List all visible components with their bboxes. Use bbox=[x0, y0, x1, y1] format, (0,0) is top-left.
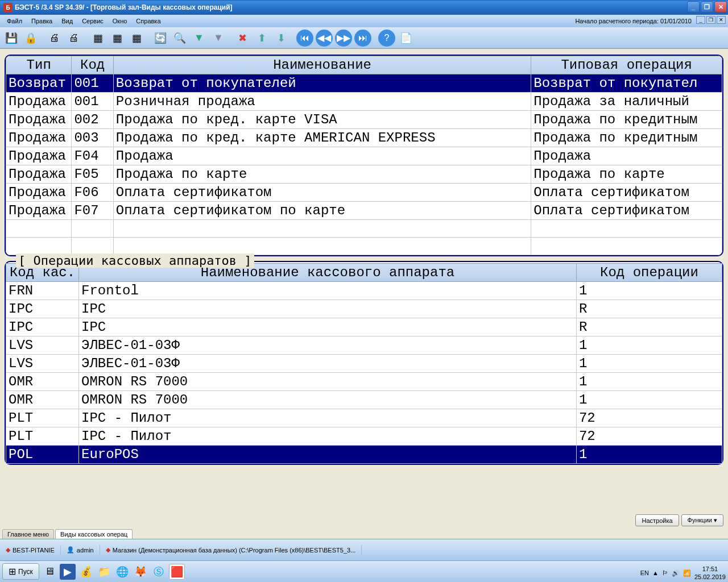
menu-service[interactable]: Сервис bbox=[77, 16, 108, 26]
table-row bbox=[6, 238, 722, 255]
tb-lock-icon[interactable]: 🔒 bbox=[22, 29, 40, 47]
tb-filter-clear-icon[interactable]: ▼ bbox=[209, 29, 228, 47]
functions-button[interactable]: Функции ▾ bbox=[681, 514, 723, 526]
operations-grid[interactable]: ТипКодНаименованиеТиповая операция Возвр… bbox=[5, 55, 723, 256]
tray-clock[interactable]: 17:51 25.02.2019 bbox=[694, 565, 726, 581]
table-row bbox=[6, 220, 722, 238]
task-chrome-icon[interactable]: 🌐 bbox=[114, 564, 130, 580]
task-best-icon[interactable]: 🟥 bbox=[169, 564, 185, 580]
task-money-icon[interactable]: 💰 bbox=[78, 564, 94, 580]
tb-last-icon[interactable]: ⏭ bbox=[354, 29, 372, 47]
tb-down-icon[interactable]: ⬇ bbox=[272, 29, 290, 47]
title-bar: Б БЭСТ-5 /3.4 SP 34.39/ - [Торговый зал-… bbox=[0, 0, 728, 15]
window-title: БЭСТ-5 /3.4 SP 34.39/ - [Торговый зал-Ви… bbox=[15, 3, 233, 11]
table-row[interactable]: ПродажаF04ПродажаПродажа bbox=[6, 147, 722, 165]
menu-edit[interactable]: Правка bbox=[27, 16, 57, 26]
tb-help-icon[interactable]: ? bbox=[378, 29, 396, 47]
tb-refresh-icon[interactable]: 🔄 bbox=[151, 29, 169, 47]
tray-up-icon[interactable]: ▲ bbox=[652, 569, 659, 576]
table-row[interactable]: LVSЭЛВЕС-01-03Ф1 bbox=[6, 355, 722, 373]
table-row[interactable]: Возврат001Возврат от покупателейВозврат … bbox=[6, 74, 722, 93]
menu-file[interactable]: Файл bbox=[2, 16, 27, 26]
menu-bar: Файл Правка Вид Сервис Окно Справка Нача… bbox=[0, 15, 728, 27]
table-row[interactable]: PLTIPC - Пилот72 bbox=[6, 409, 722, 427]
status-bar: ◆BEST-PITANIE 👤admin ◆Магазин (Демонстра… bbox=[0, 539, 728, 560]
system-tray: EN ▲ 🏳 🔊 📶 17:51 25.02.2019 bbox=[640, 565, 726, 581]
mdi-restore-button[interactable]: ❐ bbox=[706, 16, 715, 24]
tb-first-icon[interactable]: ⏮ bbox=[296, 29, 314, 47]
minimize-button[interactable]: _ bbox=[687, 1, 700, 13]
tb-delete-icon[interactable]: ✖ bbox=[233, 29, 251, 47]
table-row[interactable]: LVSЭЛВЕС-01-03Ф1 bbox=[6, 336, 722, 355]
tb-up-icon[interactable]: ⬆ bbox=[253, 29, 271, 47]
tab-main-menu[interactable]: Главное меню bbox=[2, 529, 54, 539]
tb-filter-icon[interactable]: ▼ bbox=[190, 29, 208, 47]
col-header[interactable]: Тип bbox=[6, 56, 72, 74]
taskbar: ⊞ Пуск 🖥 ▶ 💰 📁 🌐 🦊 Ⓢ 🟥 EN ▲ 🏳 🔊 📶 17:51 … bbox=[0, 560, 728, 582]
col-header[interactable]: Наименование bbox=[113, 56, 531, 74]
status-user: 👤admin bbox=[61, 545, 100, 555]
tb-print-icon[interactable]: 🖨 bbox=[46, 29, 64, 47]
table-row[interactable]: IPCIPCR bbox=[6, 300, 722, 318]
maximize-button[interactable]: ❐ bbox=[701, 1, 713, 13]
table-row[interactable]: PLTIPC - Пилот72 bbox=[6, 427, 722, 446]
table-row[interactable]: OMROMRON RS 70001 bbox=[6, 373, 722, 391]
table-row[interactable]: OMROMRON RS 70001 bbox=[6, 391, 722, 409]
tb-next-icon[interactable]: ▶▶ bbox=[334, 29, 353, 47]
tray-flag-icon[interactable]: 🏳 bbox=[662, 569, 668, 576]
tray-network-icon[interactable]: 🔊 bbox=[672, 569, 680, 577]
task-powershell-icon[interactable]: ▶ bbox=[60, 564, 76, 580]
period-label: Начало расчетного периода: 01/01/2010 bbox=[570, 16, 696, 26]
table-row[interactable]: ПродажаF07Оплата сертификатом по картеОп… bbox=[6, 202, 722, 220]
tab-current[interactable]: Виды кассовых операц bbox=[55, 529, 133, 539]
task-desktop-icon[interactable]: 🖥 bbox=[42, 564, 57, 580]
menu-help[interactable]: Справка bbox=[131, 16, 165, 26]
tb-grid-add-icon[interactable]: ▦ bbox=[108, 29, 126, 47]
menu-window[interactable]: Окно bbox=[108, 16, 132, 26]
tb-doc-check-icon[interactable]: 📄 bbox=[397, 29, 415, 47]
devices-panel-title: [ Операции кассовых аппаратов ] bbox=[16, 253, 254, 268]
tb-save-icon[interactable]: 💾 bbox=[2, 29, 20, 47]
devices-panel: [ Операции кассовых аппаратов ] Код кас.… bbox=[5, 261, 723, 465]
table-row[interactable]: Продажа002Продажа по кред. карте VISAПро… bbox=[6, 111, 722, 129]
table-row[interactable]: FRNFrontol1 bbox=[6, 282, 722, 300]
task-firefox-icon[interactable]: 🦊 bbox=[133, 564, 148, 580]
tb-search-icon[interactable]: 🔍 bbox=[171, 29, 189, 47]
tb-print-setup-icon[interactable]: 🖨 bbox=[65, 29, 83, 47]
toolbar: 💾 🔒 🖨 🖨 ▦ ▦ ▦ 🔄 🔍 ▼ ▼ ✖ ⬆ ⬇ ⏮ ◀◀ ▶▶ ⏭ ? … bbox=[0, 27, 728, 49]
mdi-close-button[interactable]: ✕ bbox=[717, 16, 726, 24]
tb-grid-icon[interactable]: ▦ bbox=[89, 29, 107, 47]
start-button[interactable]: ⊞ Пуск bbox=[2, 563, 39, 580]
devices-grid[interactable]: Код кас.Наименование кассового аппаратаК… bbox=[6, 263, 722, 464]
table-row[interactable]: ПродажаF05Продажа по картеПродажа по кар… bbox=[6, 165, 722, 184]
tb-prev-icon[interactable]: ◀◀ bbox=[315, 29, 333, 47]
col-header[interactable]: Типовая операция bbox=[531, 56, 722, 74]
windows-logo-icon: ⊞ bbox=[9, 566, 16, 577]
col-header[interactable]: Код bbox=[72, 56, 113, 74]
table-row[interactable]: ПродажаF06Оплата сертификатомОплата серт… bbox=[6, 184, 722, 202]
app-icon: Б bbox=[3, 3, 13, 12]
table-row[interactable]: POLEuroPOS1 bbox=[6, 446, 722, 464]
menu-view[interactable]: Вид bbox=[57, 16, 77, 26]
col-header[interactable]: Код операции bbox=[576, 264, 722, 282]
task-explorer-icon[interactable]: 📁 bbox=[96, 564, 112, 580]
settings-button[interactable]: Настройка bbox=[635, 514, 679, 526]
tb-grid-edit-icon[interactable]: ▦ bbox=[127, 29, 146, 47]
table-row[interactable]: Продажа003Продажа по кред. карте AMERICA… bbox=[6, 129, 722, 147]
table-row[interactable]: IPCIPCR bbox=[6, 318, 722, 336]
close-button[interactable]: ✕ bbox=[714, 1, 727, 13]
status-db: ◆BEST-PITANIE bbox=[0, 545, 61, 555]
tray-sound-icon[interactable]: 📶 bbox=[683, 569, 691, 577]
mdi-minimize-button[interactable]: _ bbox=[696, 16, 705, 24]
status-path: ◆Магазин (Демонстрационная база данных) … bbox=[100, 545, 362, 555]
tray-lang[interactable]: EN bbox=[640, 569, 649, 576]
table-row[interactable]: Продажа001Розничная продажаПродажа за на… bbox=[6, 93, 722, 111]
task-skype-icon[interactable]: Ⓢ bbox=[151, 564, 167, 580]
